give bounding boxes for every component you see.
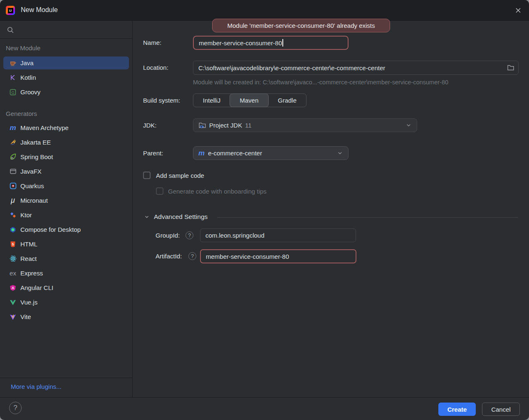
plugins-divider	[0, 378, 133, 378]
sidebar-item-vite[interactable]: Vite	[3, 310, 129, 323]
groupid-input[interactable]: com.leon.springcloud	[200, 228, 356, 242]
advanced-settings-chevron-icon[interactable]	[144, 214, 150, 220]
name-input[interactable]: member-service-consumer-80	[193, 36, 349, 50]
svg-text:A: A	[12, 286, 14, 290]
artifactid-help-icon[interactable]: ?	[188, 252, 196, 260]
build-system-option-maven[interactable]: Maven	[230, 93, 269, 107]
name-input-value: member-service-consumer-80	[199, 39, 282, 47]
jdk-version: 11	[245, 122, 252, 129]
search-icon[interactable]	[7, 26, 14, 34]
svg-text:5: 5	[12, 242, 14, 246]
jdk-label: JDK:	[143, 122, 157, 129]
location-hint: Module will be created in: C:\software\j…	[193, 79, 448, 86]
jdk-value: Project JDK	[209, 122, 242, 129]
build-system-segmented-control: IntelliJ Maven Gradle	[193, 93, 307, 107]
advanced-settings-line	[217, 217, 518, 218]
sidebar-section-generators: Generators	[6, 110, 37, 117]
vite-icon	[9, 313, 17, 321]
sidebar-item-maven-archetype[interactable]: m Maven Archetype	[3, 121, 129, 134]
sidebar-divider	[132, 21, 133, 398]
close-icon[interactable]	[513, 5, 523, 15]
express-icon: ex	[9, 270, 17, 277]
intellij-logo-icon: IJ	[6, 6, 15, 15]
jdk-dropdown[interactable]: Project JDK 11	[193, 118, 417, 132]
add-sample-code-label: Add sample code	[156, 172, 204, 179]
jdk-folder-icon	[198, 121, 206, 129]
parent-label: Parent:	[143, 150, 163, 157]
ktor-icon	[9, 211, 17, 219]
sidebar-item-label: Maven Archetype	[20, 124, 69, 131]
artifactid-input[interactable]: member-service-consumer-80	[200, 249, 356, 263]
help-button[interactable]: ?	[9, 402, 22, 414]
text-caret	[282, 39, 283, 47]
add-sample-code-checkbox[interactable]	[143, 172, 151, 179]
parent-dropdown[interactable]: m e-commerce-center	[193, 146, 349, 160]
sidebar-item-micronaut[interactable]: μ Micronaut	[3, 194, 129, 207]
name-label: Name:	[143, 39, 161, 46]
artifactid-label: ArtifactId:	[156, 253, 182, 260]
advanced-settings-title[interactable]: Advanced Settings	[154, 213, 208, 221]
help-question-mark: ?	[13, 404, 17, 412]
sidebar-item-label: React	[20, 255, 37, 262]
groupid-help-icon[interactable]: ?	[185, 231, 193, 239]
sidebar-item-spring-boot[interactable]: Spring Boot	[3, 150, 129, 163]
kotlin-icon	[9, 74, 17, 81]
sidebar-item-compose-for-desktop[interactable]: Compose for Desktop	[3, 223, 129, 236]
footer-divider	[0, 397, 529, 398]
sidebar-item-label: Micronaut	[20, 197, 48, 204]
spring-boot-icon	[9, 153, 17, 161]
onboarding-tips-label: Generate code with onboarding tips	[168, 188, 267, 195]
browse-folder-icon[interactable]	[507, 64, 514, 71]
sidebar-item-label: Express	[20, 270, 43, 277]
micronaut-icon: μ	[9, 197, 17, 204]
sidebar-item-ktor[interactable]: Ktor	[3, 209, 129, 221]
location-label: Location:	[143, 64, 168, 71]
sidebar-item-react[interactable]: React	[3, 252, 129, 265]
artifactid-input-value: member-service-consumer-80	[206, 253, 289, 260]
sidebar-item-label: Spring Boot	[20, 153, 53, 160]
onboarding-tips-checkbox	[156, 187, 163, 195]
sidebar-item-label: JavaFX	[20, 168, 42, 175]
sidebar-item-label: Vite	[20, 313, 31, 320]
chevron-down-icon	[337, 150, 343, 156]
error-tooltip: Module 'member-service-consumer-80' alre…	[212, 19, 390, 32]
sidebar-item-label: Quarkus	[20, 182, 44, 189]
html5-icon: 5	[9, 241, 17, 248]
new-module-dialog: IJ New Module New Module Java Kotlin G G…	[0, 0, 529, 420]
vue-icon	[9, 299, 17, 306]
sidebar-item-java[interactable]: Java	[3, 56, 129, 69]
sidebar-item-vuejs[interactable]: Vue.js	[3, 296, 129, 309]
chevron-down-icon	[405, 122, 412, 128]
angular-icon: A	[9, 284, 17, 292]
svg-text:G: G	[11, 90, 14, 94]
react-icon	[9, 255, 17, 263]
maven-archetype-icon: m	[9, 124, 17, 132]
sidebar-item-angular-cli[interactable]: A Angular CLI	[3, 281, 129, 294]
sidebar-item-label: Jakarta EE	[20, 139, 51, 146]
compose-icon	[9, 226, 17, 233]
build-system-label: Build system:	[143, 97, 180, 104]
search-divider	[0, 38, 133, 39]
sidebar-item-label: Ktor	[20, 211, 32, 219]
sidebar-item-express[interactable]: ex Express	[3, 267, 129, 280]
sidebar-item-kotlin[interactable]: Kotlin	[3, 71, 129, 84]
sidebar-item-quarkus[interactable]: Quarkus	[3, 179, 129, 192]
build-system-option-gradle[interactable]: Gradle	[268, 94, 306, 107]
build-system-option-intellij[interactable]: IntelliJ	[193, 94, 230, 107]
window-title: New Module	[21, 6, 58, 14]
sidebar-item-javafx[interactable]: JavaFX	[3, 165, 129, 178]
sidebar-item-jakarta-ee[interactable]: Jakarta EE	[3, 136, 129, 149]
cancel-button[interactable]: Cancel	[482, 403, 520, 416]
create-button[interactable]: Create	[438, 403, 476, 416]
sidebar-item-html[interactable]: 5 HTML	[3, 238, 129, 251]
location-input[interactable]: C:\software\javacodelibrary\e-commerce-c…	[193, 61, 519, 75]
groovy-icon: G	[9, 88, 17, 96]
sidebar-item-groovy[interactable]: G Groovy	[3, 86, 129, 98]
groupid-input-value: com.leon.springcloud	[205, 232, 264, 239]
sidebar-item-label: Compose for Desktop	[20, 226, 81, 233]
java-icon	[9, 59, 17, 67]
title-bar: IJ New Module	[0, 0, 529, 21]
more-via-plugins-link[interactable]: More via plugins...	[11, 383, 62, 390]
quarkus-icon	[9, 182, 17, 190]
groupid-label: GroupId:	[156, 232, 180, 239]
